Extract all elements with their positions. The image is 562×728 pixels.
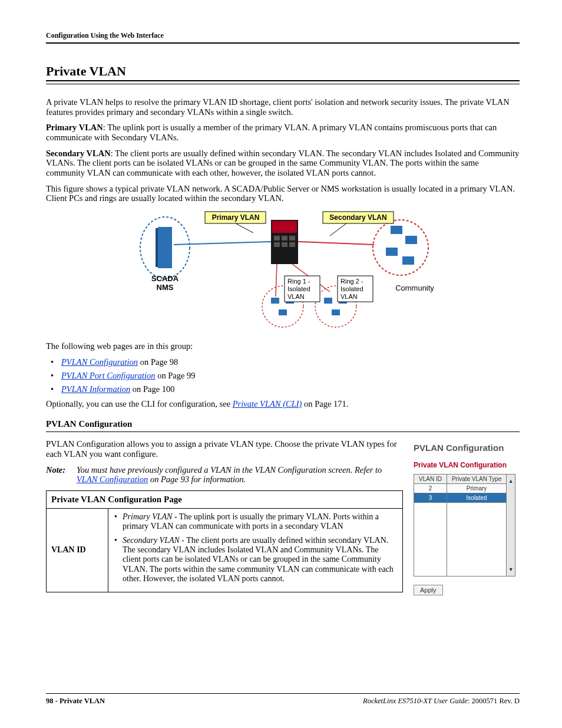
pvlan-panel: PVLAN Configuration Private VLAN Configu… xyxy=(414,439,520,595)
footer-right: RocketLinx ES7510-XT User Guide: 2000571… xyxy=(363,697,520,706)
para-2: Primary VLAN: The uplink port is usually… xyxy=(46,123,520,142)
header-rule xyxy=(46,42,520,44)
pvlan-col-vlanid: VLAN ID xyxy=(414,475,447,484)
svg-rect-9 xyxy=(282,242,287,247)
diagram-ring1-b: Isolated xyxy=(287,285,310,292)
para-6: Optionally, you can use the CLI for conf… xyxy=(46,399,520,409)
svg-rect-2 xyxy=(156,228,158,267)
scrollbar[interactable]: ▲ ▼ xyxy=(507,475,515,577)
link-item-pvlan-port-config: PVLAN Port Configuration on Page 99 xyxy=(61,371,520,381)
svg-line-18 xyxy=(298,242,374,245)
subsection-para-1: PVLAN Configuration allows you to assign… xyxy=(46,439,403,459)
svg-line-17 xyxy=(174,242,271,245)
note-label: Note: xyxy=(46,465,77,485)
diagram-ring1-a: Ring 1 - xyxy=(287,278,310,285)
pvlan-diagram-svg: Primary VLAN Secondary VLAN SCADA NMS Co… xyxy=(118,209,448,333)
svg-rect-25 xyxy=(324,298,332,304)
pvlan-row-0-id: 2 xyxy=(414,484,447,493)
link-private-vlan-cli[interactable]: Private VLAN (CLI) xyxy=(233,399,302,409)
scroll-down-icon[interactable]: ▼ xyxy=(507,566,515,572)
secondary-vlan-label: Secondary VLAN xyxy=(46,149,111,158)
pvlan-table: VLAN ID Private VLAN Type ▲ ▼ 2 Primary … xyxy=(414,474,515,577)
para-6-suffix: on Page 171. xyxy=(302,399,348,409)
subsection-rule xyxy=(46,431,520,432)
svg-rect-7 xyxy=(289,236,295,241)
definition-table: Private VLAN Configuration Page VLAN ID … xyxy=(46,490,403,592)
section-title: Private VLAN xyxy=(46,64,520,79)
definition-row-label: VLAN ID xyxy=(47,509,108,592)
link-pvlan-information[interactable]: PVLAN Information xyxy=(61,384,130,394)
pvlan-row-1-id: 3 xyxy=(414,493,447,503)
link-vlan-configuration[interactable]: VLAN Configuration xyxy=(77,475,148,484)
link-pvlan-configuration[interactable]: PVLAN Configuration xyxy=(61,357,138,367)
bullet-primary-vlan: Primary VLAN - The uplink port is usuall… xyxy=(123,512,398,531)
definition-row-body: Primary VLAN - The uplink port is usuall… xyxy=(108,509,403,592)
para-1: A private VLAN helps to resolve the prim… xyxy=(46,97,520,117)
svg-rect-20 xyxy=(271,298,279,304)
diagram-ring2-c: VLAN xyxy=(340,293,358,300)
footer-left: 98 - Private VLAN xyxy=(46,697,105,706)
link-suffix-1: on Page 99 xyxy=(156,371,196,380)
para-4: This figure shows a typical private VLAN… xyxy=(46,184,520,203)
pvlan-panel-title: PVLAN Configuration xyxy=(414,443,520,453)
svg-rect-10 xyxy=(289,242,295,247)
footer: 98 - Private VLAN RocketLinx ES7510-XT U… xyxy=(46,697,520,706)
svg-rect-1 xyxy=(158,227,172,268)
svg-rect-12 xyxy=(391,226,402,234)
pvlan-row-0-type: Primary xyxy=(447,484,506,493)
svg-line-30 xyxy=(236,223,253,233)
diagram-label-nms: NMS xyxy=(157,283,174,292)
svg-rect-27 xyxy=(332,309,340,315)
scroll-up-icon[interactable]: ▲ xyxy=(507,478,515,484)
link-item-pvlan-config: PVLAN Configuration on Page 98 xyxy=(61,357,520,367)
para-5: The following web pages are in this grou… xyxy=(46,341,520,351)
diagram-label-scada: SCADA xyxy=(151,274,179,283)
diagram-label-community: Community xyxy=(395,284,434,292)
diagram-ring2-b: Isolated xyxy=(340,285,363,292)
note-prefix: You must have previously configured a VL… xyxy=(77,465,382,475)
page-header: Configuration Using the Web Interface xyxy=(46,31,520,40)
subsection-title: PVLAN Configuration xyxy=(46,419,520,429)
apply-button[interactable]: Apply xyxy=(414,585,443,595)
svg-rect-13 xyxy=(405,236,417,244)
para-6-prefix: Optionally, you can use the CLI for conf… xyxy=(46,399,233,409)
link-list: PVLAN Configuration on Page 98 PVLAN Por… xyxy=(46,357,520,394)
pvlan-col-type: Private VLAN Type xyxy=(447,475,506,484)
bullet-secondary-emph: Secondary VLAN xyxy=(123,536,180,545)
definition-table-header: Private VLAN Configuration Page xyxy=(47,491,403,509)
svg-line-32 xyxy=(330,223,346,236)
para-2-rest: : The uplink port is usually a member of… xyxy=(46,123,497,142)
diagram-ring2-a: Ring 2 - xyxy=(340,278,363,285)
note-suffix: on Page 93 for information. xyxy=(148,475,246,484)
link-suffix-2: on Page 100 xyxy=(130,384,174,394)
svg-rect-15 xyxy=(402,256,414,265)
pvlan-row-0[interactable]: 2 Primary xyxy=(414,484,515,493)
svg-rect-14 xyxy=(386,248,398,256)
primary-vlan-label: Primary VLAN xyxy=(46,123,103,132)
svg-rect-4 xyxy=(272,221,297,233)
link-item-pvlan-info: PVLAN Information on Page 100 xyxy=(61,384,520,394)
link-pvlan-port-configuration[interactable]: PVLAN Port Configuration xyxy=(61,371,156,380)
para-3: Secondary VLAN: The client ports are usu… xyxy=(46,149,520,178)
bullet-primary-emph: Primary VLAN xyxy=(123,512,172,521)
svg-rect-8 xyxy=(274,242,280,247)
footer-rule xyxy=(46,693,520,694)
bullet-secondary-vlan: Secondary VLAN - The client ports are us… xyxy=(123,536,398,583)
note: Note: You must have previously configure… xyxy=(46,465,403,485)
pvlan-panel-subtitle: Private VLAN Configuration xyxy=(414,461,520,469)
footer-product: RocketLinx ES7510-XT User Guide xyxy=(363,697,468,705)
diagram-label-secondary: Secondary VLAN xyxy=(329,213,386,222)
footer-doc: : 2000571 Rev. D xyxy=(468,697,520,705)
pvlan-table-empty xyxy=(414,503,515,577)
pvlan-row-1-type: Isolated xyxy=(447,493,506,503)
section-rule xyxy=(46,80,520,84)
diagram: Primary VLAN Secondary VLAN SCADA NMS Co… xyxy=(46,209,520,333)
svg-rect-22 xyxy=(279,309,287,315)
svg-line-23 xyxy=(276,264,277,297)
diagram-ring1-c: VLAN xyxy=(287,293,305,300)
pvlan-row-1[interactable]: 3 Isolated xyxy=(414,493,515,503)
svg-rect-6 xyxy=(282,236,287,241)
diagram-label-primary: Primary VLAN xyxy=(212,213,260,222)
link-suffix-0: on Page 98 xyxy=(138,357,178,367)
svg-rect-5 xyxy=(274,236,280,241)
